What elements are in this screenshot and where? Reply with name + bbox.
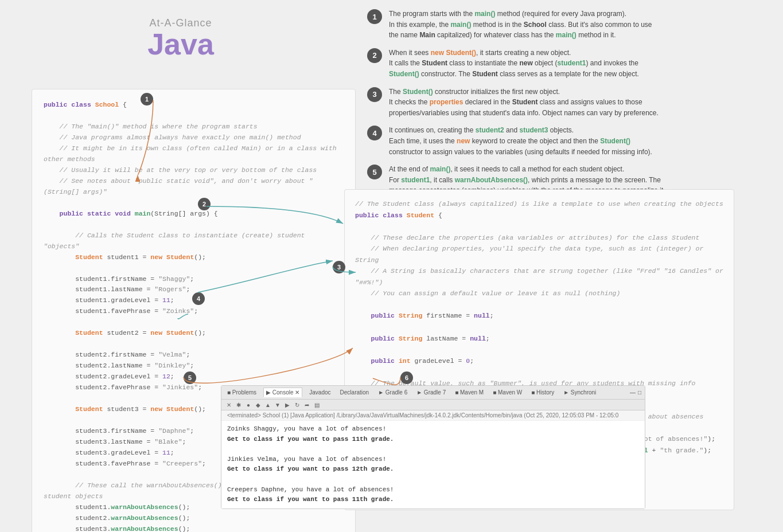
keyword: new <box>150 405 162 413</box>
highlight: Student() <box>600 137 630 145</box>
console-toolbar: ✕ ✱ ● ◆ ▲ ▼ ▶ ↻ ➦ ▤ <box>221 400 645 410</box>
keyword: null <box>474 312 490 319</box>
explanation-text-3: The Student() constructor initializes th… <box>389 87 769 119</box>
string-value: "Creepers" <box>162 460 202 467</box>
string-value: "Zoinks" <box>162 307 194 315</box>
class-name: Student <box>75 405 103 413</box>
toolbar-btn-6[interactable]: ▼ <box>274 401 282 409</box>
comment: // The Student class (always capitalized… <box>355 200 723 208</box>
annotation-2: 2 <box>198 198 211 210</box>
keyword: String <box>399 312 422 319</box>
toolbar-btn-1[interactable]: ✕ <box>225 401 233 409</box>
explanation-number-1: 1 <box>367 9 382 24</box>
highlight: student3 <box>519 126 548 134</box>
keyword: public class <box>44 101 91 108</box>
comment: // You can assign a default value or lea… <box>371 290 621 297</box>
highlight: new <box>457 137 470 145</box>
method-name: main <box>135 210 151 217</box>
explanation-2: 2 When it sees new Student(), it starts … <box>367 48 769 80</box>
comment: // The "main()" method is where the prog… <box>44 123 258 130</box>
keyword: public <box>371 312 395 319</box>
toolbar-btn-2[interactable]: ✱ <box>235 401 243 409</box>
tab-declaration[interactable]: Declaration <box>338 388 372 397</box>
class-name: School <box>95 101 119 108</box>
keyword: String <box>399 335 422 342</box>
toolbar-btn-3[interactable]: ● <box>244 401 252 409</box>
tab-history[interactable]: ■ History <box>529 388 556 397</box>
comment: // These declare the properties (aka var… <box>371 234 700 241</box>
string-value: "Blake" <box>154 438 182 445</box>
tab-problems[interactable]: ■ Problems <box>225 388 259 397</box>
string-value: "Dinkley" <box>154 362 190 369</box>
toolbar-btn-7[interactable]: ▶ <box>283 401 291 409</box>
console-maximize-icon[interactable]: □ <box>638 389 641 396</box>
class-name: Student <box>407 212 434 219</box>
toolbar-btn-5[interactable]: ▲ <box>264 401 272 409</box>
num-value: 11 <box>162 296 170 304</box>
comment: // It might be in its own class (often c… <box>44 144 337 163</box>
toolbar-btn-8[interactable]: ↻ <box>293 401 301 409</box>
explanation-text-2: When it sees new Student(), it starts cr… <box>389 48 769 80</box>
tab-console[interactable]: ▶ Console ✕ <box>263 388 302 397</box>
tab-javadoc[interactable]: Javadoc <box>307 388 333 397</box>
num-value: 12 <box>162 373 170 380</box>
keyword: null <box>470 335 486 342</box>
comment: // Calls the Student class to instantiat… <box>44 232 305 250</box>
class-name: Student <box>166 253 194 261</box>
comment: // Usually it will be at the very top or… <box>44 166 317 174</box>
method-name: warnAboutAbsences <box>111 503 178 511</box>
explanation-number-3: 3 <box>367 87 382 102</box>
keyword: public <box>371 357 395 365</box>
tab-gradle6[interactable]: ► Gradle 6 <box>376 388 410 397</box>
string-value: "Jinkies" <box>162 384 198 391</box>
keyword: new <box>150 253 162 261</box>
annotation-1: 1 <box>141 93 153 105</box>
highlight: main() <box>450 21 471 29</box>
string-value: "Shaggy" <box>158 275 190 283</box>
highlight: warnAboutAbsences() <box>455 176 528 184</box>
tab-mavenm[interactable]: ■ Maven M <box>453 388 486 397</box>
string-value: "Rogers" <box>154 285 186 293</box>
class-name: Student <box>75 253 103 261</box>
console-output: Zoinks Shaggy, you have a lot of absence… <box>221 421 645 508</box>
explanation-number-5: 5 <box>367 165 382 179</box>
explanation-text-4: It continues on, creating the student2 a… <box>389 125 769 157</box>
explanation-1: 1 The program starts with the main() met… <box>367 9 769 41</box>
explanation-number-4: 4 <box>367 126 382 140</box>
console-panel: ■ Problems ▶ Console ✕ Javadoc Declarati… <box>221 385 645 509</box>
highlight: new Student() <box>431 49 476 57</box>
highlight: student1 <box>557 59 586 67</box>
title-area: At-A-Glance Java <box>115 17 247 59</box>
tab-gradle7[interactable]: ► Gradle 7 <box>414 388 448 397</box>
comment: // When declaring properties, you'll spe… <box>355 245 703 264</box>
comment: // A String is basically characters that… <box>355 267 723 286</box>
highlight: main() <box>430 165 450 173</box>
annotation-4: 4 <box>192 292 205 305</box>
tab-synchro[interactable]: ► Synchroni <box>561 388 598 397</box>
toolbar-btn-10[interactable]: ▤ <box>313 401 321 409</box>
keyword: public static void <box>60 210 131 217</box>
highlight: student1 <box>401 176 430 184</box>
class-name: Student <box>75 329 103 337</box>
num-value: 0 <box>466 357 470 365</box>
string-value: "th grade." <box>660 447 703 454</box>
keyword: public class <box>355 212 403 219</box>
class-name: Student <box>166 405 194 413</box>
highlight: student2 <box>476 126 504 134</box>
highlight: main() <box>556 31 576 39</box>
console-tabs: ■ Problems ▶ Console ✕ Javadoc Declarati… <box>221 386 645 400</box>
console-minimize-icon[interactable]: — <box>630 389 636 396</box>
keyword: public <box>371 335 395 342</box>
toolbar-btn-9[interactable]: ➦ <box>303 401 311 409</box>
toolbar-btn-4[interactable]: ◆ <box>254 401 262 409</box>
tab-mavenw[interactable]: ■ Maven W <box>490 388 524 397</box>
explanation-text-1: The program starts with the main() metho… <box>389 9 769 41</box>
comment: // Java programs almost always have exac… <box>44 134 301 141</box>
highlight: main() <box>474 10 495 18</box>
keyword: new <box>150 329 162 337</box>
highlight: properties <box>430 98 463 106</box>
main-title: Java <box>115 29 247 59</box>
string-value: "Daphne" <box>158 427 190 435</box>
annotation-5: 5 <box>184 371 196 384</box>
num-value: 11 <box>162 449 170 456</box>
